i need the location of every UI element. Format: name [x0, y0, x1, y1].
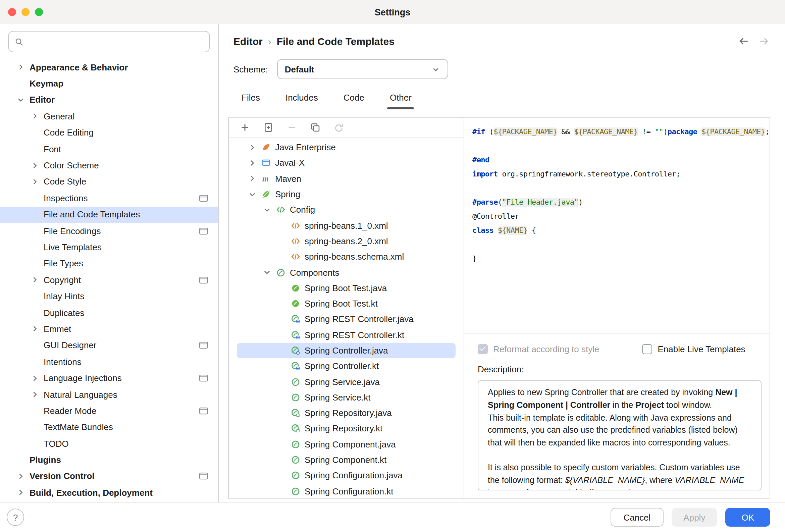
zoom-button[interactable] [35, 8, 43, 16]
code-line: #if (${PACKAGE_NAME} && ${PACKAGE_NAME} … [472, 125, 769, 139]
sidebar-item-keymap[interactable]: Keymap [0, 75, 218, 92]
template-node-spring-component-kt[interactable]: Spring Component.kt [237, 452, 456, 468]
sidebar-item-file-encodings[interactable]: File Encodings [0, 223, 218, 239]
chevron-right-icon[interactable] [30, 373, 40, 383]
template-node-spring-beans-1-0-xml[interactable]: spring-beans.1_0.xml [237, 218, 456, 233]
sidebar-item-color-scheme[interactable]: Color Scheme [0, 157, 218, 174]
spring-bean-icon [290, 377, 301, 387]
template-node-spring-beans-schema-xml[interactable]: spring-beans.schema.xml [237, 249, 456, 265]
sidebar-item-plugins[interactable]: Plugins [0, 452, 218, 468]
scheme-select[interactable]: Default [277, 59, 449, 79]
chevron-down-icon[interactable] [248, 189, 257, 199]
chevron-down-icon[interactable] [16, 95, 25, 105]
template-code-editor[interactable]: #if (${PACKAGE_NAME} && ${PACKAGE_NAME} … [464, 118, 769, 333]
sidebar-item-copyright[interactable]: Copyright [0, 272, 218, 288]
sidebar-item-todo[interactable]: TODO [0, 435, 218, 452]
template-node-spring-service-java[interactable]: Spring Service.java [237, 374, 456, 390]
minimize-button[interactable] [22, 8, 29, 16]
template-node-spring[interactable]: Spring [237, 186, 456, 202]
template-node-java-enterprise[interactable]: Java Enterprise [237, 140, 456, 155]
template-node-spring-beans-2-0-xml[interactable]: spring-beans.2_0.xml [237, 233, 456, 249]
chevron-right-icon[interactable] [16, 472, 25, 481]
chevron-right-icon[interactable] [30, 112, 40, 121]
sidebar-item-language-injections[interactable]: Language Injections [0, 370, 218, 386]
tab-includes[interactable]: Includes [284, 88, 319, 109]
create-child-template-button[interactable] [263, 122, 274, 133]
template-node-spring-component-java[interactable]: Spring Component.java [237, 436, 456, 452]
sidebar-item-live-templates[interactable]: Live Templates [0, 239, 218, 256]
duplicate-template-button[interactable] [310, 122, 321, 133]
back-arrow-icon[interactable] [737, 34, 750, 48]
sidebar-item-inspections[interactable]: Inspections [0, 190, 218, 206]
sidebar-item-reader-mode[interactable]: Reader Mode [0, 403, 218, 419]
template-node-spring-rest-controller-kt[interactable]: Spring REST Controller.kt [237, 327, 456, 343]
chevron-right-icon[interactable] [248, 174, 257, 183]
sidebar-item-emmet[interactable]: Emmet [0, 321, 218, 337]
sidebar-item-version-control[interactable]: Version Control [0, 468, 218, 485]
template-node-spring-controller-java[interactable]: Spring Controller.java [237, 343, 456, 359]
chevron-right-icon[interactable] [30, 390, 40, 399]
sidebar-item-label: GUI Designer [44, 340, 97, 351]
sidebar-item-file-and-code-templates[interactable]: File and Code Templates [0, 206, 218, 223]
template-node-components[interactable]: Components [237, 265, 456, 280]
chevron-placeholder [277, 455, 286, 464]
chevron-down-icon[interactable] [262, 205, 272, 215]
template-node-spring-configuration-kt[interactable]: Spring Configuration.kt [237, 483, 456, 499]
sidebar-item-general[interactable]: General [0, 108, 218, 124]
apply-button[interactable]: Apply [671, 508, 717, 527]
chevron-placeholder [30, 406, 40, 415]
template-node-spring-boot-test-java[interactable]: Spring Boot Test.java [237, 280, 456, 296]
chevron-right-icon[interactable] [248, 158, 257, 168]
sidebar-item-inlay-hints[interactable]: Inlay Hints [0, 288, 218, 305]
sidebar-item-code-style[interactable]: Code Style [0, 173, 218, 190]
add-template-button[interactable] [239, 122, 250, 133]
ok-button[interactable]: OK [725, 508, 770, 527]
chevron-right-icon[interactable] [30, 177, 40, 186]
template-node-spring-service-kt[interactable]: Spring Service.kt [237, 390, 456, 406]
enable-live-templates-checkbox[interactable] [642, 344, 652, 354]
template-node-spring-repository-java[interactable]: Spring Repository.java [237, 405, 456, 421]
template-node-javafx[interactable]: JavaFX [237, 155, 456, 171]
template-node-maven[interactable]: mMaven [237, 171, 456, 186]
breadcrumb-editor[interactable]: Editor [233, 35, 263, 47]
template-node-config[interactable]: Config [237, 202, 456, 218]
template-node-spring-rest-controller-java[interactable]: Spring REST Controller.java [237, 312, 456, 327]
chevron-right-icon[interactable] [248, 143, 257, 152]
chevron-right-icon[interactable] [16, 488, 25, 498]
sidebar-item-intentions[interactable]: Intentions [0, 354, 218, 370]
chevron-right-icon[interactable] [30, 161, 40, 170]
sidebar-item-font[interactable]: Font [0, 141, 218, 157]
template-node-spring-controller-kt[interactable]: Spring Controller.kt [237, 358, 456, 374]
tab-files[interactable]: Files [240, 88, 261, 109]
chevron-placeholder [30, 210, 40, 219]
search-input[interactable] [28, 36, 204, 47]
template-node-label: Spring Controller.java [305, 346, 388, 356]
close-button[interactable] [8, 8, 16, 16]
chevron-down-icon[interactable] [262, 268, 272, 277]
code-line: @Controller [472, 209, 769, 223]
chevron-right-icon[interactable] [30, 275, 40, 285]
sidebar-item-appearance-behavior[interactable]: Appearance & Behavior [0, 59, 218, 75]
template-node-spring-boot-test-kt[interactable]: Spring Boot Test.kt [237, 296, 456, 312]
sidebar-item-gui-designer[interactable]: GUI Designer [0, 337, 218, 354]
settings-search-field[interactable] [8, 31, 210, 52]
tab-code[interactable]: Code [342, 88, 366, 109]
sidebar-item-duplicates[interactable]: Duplicates [0, 305, 218, 321]
cancel-button[interactable]: Cancel [611, 508, 663, 527]
reformat-checkbox[interactable] [478, 344, 488, 354]
sidebar-item-build-execution-deployment[interactable]: Build, Execution, Deployment [0, 484, 218, 501]
chevron-right-icon[interactable] [16, 62, 25, 72]
forward-arrow-icon[interactable] [757, 34, 770, 48]
tab-other[interactable]: Other [388, 88, 413, 109]
sidebar-item-code-editing[interactable]: Code Editing [0, 124, 218, 141]
sidebar-item-label: Editor [29, 95, 55, 105]
sidebar-item-natural-languages[interactable]: Natural Languages [0, 386, 218, 403]
sidebar-item-file-types[interactable]: File Types [0, 255, 218, 272]
chevron-right-icon[interactable] [30, 324, 40, 334]
template-node-spring-repository-kt[interactable]: Spring Repository.kt [237, 421, 456, 437]
sidebar-item-textmate-bundles[interactable]: TextMate Bundles [0, 419, 218, 435]
help-button[interactable]: ? [7, 508, 24, 526]
template-node-spring-configuration-java[interactable]: Spring Configuration.java [237, 467, 456, 483]
sidebar-item-label: Copyright [44, 275, 81, 285]
sidebar-item-editor[interactable]: Editor [0, 92, 218, 108]
